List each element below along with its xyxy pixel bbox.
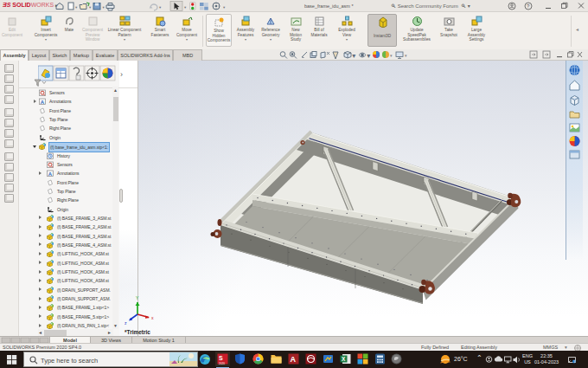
svg-text:A: A [41, 100, 45, 105]
svg-text:▾: ▾ [390, 53, 393, 58]
svg-text:▾: ▾ [405, 53, 407, 58]
svg-text:▾: ▾ [353, 53, 355, 58]
svg-text:z: z [125, 320, 127, 326]
svg-text:Y: Y [136, 295, 139, 300]
svg-text:x: x [151, 315, 154, 320]
svg-text:A: A [291, 355, 297, 364]
svg-text:2020: 2020 [219, 362, 225, 365]
svg-text:▾: ▾ [103, 5, 105, 10]
svg-text:▾: ▾ [75, 5, 78, 10]
svg-text:›: › [120, 70, 123, 79]
svg-text:▾: ▾ [184, 5, 187, 10]
svg-text:?: ? [527, 3, 530, 9]
svg-text:A: A [48, 171, 53, 177]
svg-text:▾: ▾ [159, 5, 162, 10]
svg-text:19: 19 [573, 359, 576, 364]
svg-text:S: S [219, 355, 223, 361]
svg-text:▾: ▾ [223, 5, 226, 10]
svg-text:▾: ▾ [89, 5, 92, 10]
svg-text:X: X [342, 356, 346, 362]
svg-text:▾: ▾ [368, 53, 370, 58]
